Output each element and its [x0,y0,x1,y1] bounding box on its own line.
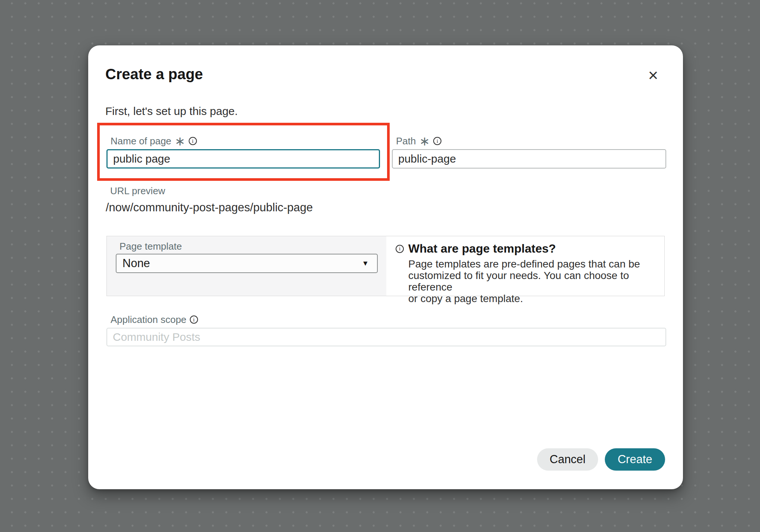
path-field: Path ∗ i [392,135,666,169]
application-scope-field: Application scope i [106,314,666,346]
template-info-line: customized to fit your needs. You can ch… [408,270,657,293]
page-template-dropdown[interactable]: None ▼ [116,254,378,273]
desktop-background: { "colors": { "background": "#6a6d6d", "… [0,0,760,532]
page-template-section: Page template None ▼ i What are page tem… [106,236,665,296]
url-preview-value: /now/community-post-pages/public-page [106,201,313,214]
application-scope-input[interactable] [106,328,666,346]
application-scope-label: Application scope [111,314,186,326]
create-page-modal: Create a page × First, let's set up this… [88,45,683,489]
info-icon[interactable]: i [433,137,441,145]
name-of-page-label-row: Name of page ∗ i [111,135,380,147]
close-icon: × [648,66,658,84]
page-template-panel: Page template None ▼ [107,236,386,296]
name-of-page-input[interactable] [106,149,380,169]
template-info-line: Page templates are pre-defined pages tha… [408,258,657,270]
application-scope-label-row: Application scope i [111,314,666,325]
chevron-down-icon: ▼ [362,259,369,267]
template-info-heading: What are page templates? [408,242,556,256]
info-icon[interactable]: i [190,315,198,324]
cancel-button[interactable]: Cancel [537,448,598,471]
required-asterisk-icon: ∗ [175,136,185,146]
intro-text: First, let's set up this page. [105,105,238,118]
page-template-selected-value: None [122,257,150,270]
path-input[interactable] [392,149,666,169]
template-info-body: Page templates are pre-defined pages tha… [408,258,657,304]
required-asterisk-icon: ∗ [419,136,430,146]
name-of-page-field: Name of page ∗ i [106,135,380,169]
template-info-panel: i What are page templates? Page template… [386,236,664,296]
close-button[interactable]: × [644,65,663,85]
url-preview-label: URL preview [110,185,165,197]
info-icon: i [396,245,404,253]
modal-title: Create a page [105,65,203,83]
template-info-heading-row: i What are page templates? [396,242,657,256]
path-label: Path [396,135,416,147]
info-icon[interactable]: i [189,137,197,145]
template-info-line: or copy a page template. [408,293,657,304]
create-button[interactable]: Create [605,448,665,471]
page-template-label: Page template [119,241,182,252]
name-of-page-label: Name of page [111,135,171,147]
path-label-row: Path ∗ i [396,135,666,147]
